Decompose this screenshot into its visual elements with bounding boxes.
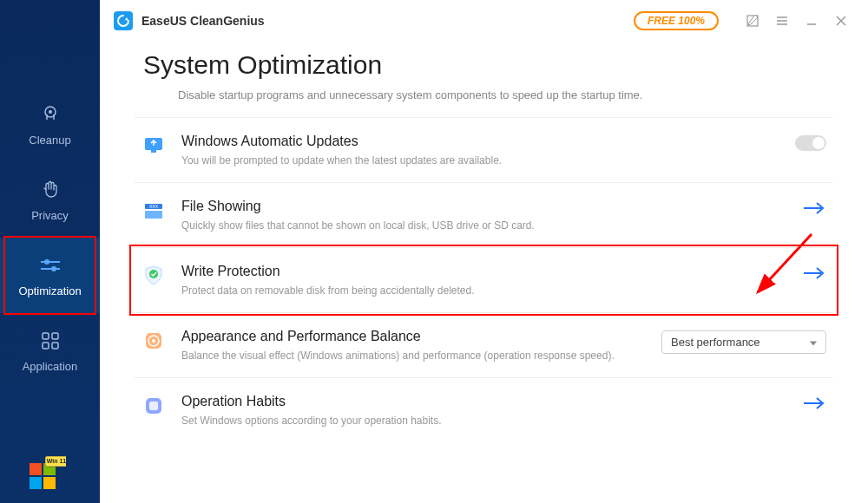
svg-rect-8 (43, 343, 49, 349)
setting-desc: Balance the visual effect (Windows anima… (181, 349, 651, 362)
svg-rect-27 (145, 211, 162, 219)
toggle-windows-updates[interactable] (795, 135, 826, 151)
close-button[interactable] (828, 8, 854, 34)
app-title: EaseUS CleanGenius (141, 14, 265, 28)
setting-title: Appearance and Performance Balance (181, 329, 651, 344)
svg-point-29 (149, 270, 158, 278)
setting-title: Operation Habits (181, 394, 792, 409)
setting-desc: Protect data on removable disk from bein… (181, 284, 792, 297)
page-subtitle: Disable startup programs and unnecessary… (178, 88, 833, 101)
setting-title: Windows Automatic Updates (181, 134, 785, 149)
sidebar-item-label: Application (23, 360, 78, 373)
app-logo-icon (114, 11, 133, 30)
apps-icon (38, 329, 62, 353)
setting-write-protection[interactable]: Write Protection Protect data on removab… (135, 248, 833, 312)
svg-rect-10 (30, 463, 42, 475)
broom-icon (38, 102, 62, 127)
setting-appearance-performance: Appearance and Performance Balance Balan… (135, 313, 833, 377)
svg-rect-35 (149, 402, 158, 410)
setting-title: File Showing (181, 199, 792, 214)
feedback-button[interactable] (740, 8, 766, 34)
dropdown-value: Best performance (671, 336, 760, 349)
sidebar-item-privacy[interactable]: Privacy (0, 162, 100, 238)
svg-text:XXX: XXX (149, 204, 159, 209)
file-showing-icon: XXX (141, 199, 166, 223)
sidebar-item-label: Optimization (18, 284, 81, 297)
sliders-icon (38, 253, 62, 278)
sidebar: Cleanup Privacy Optimization Application (0, 0, 100, 503)
svg-rect-7 (52, 333, 58, 339)
shield-icon (141, 264, 166, 288)
svg-rect-13 (43, 477, 56, 489)
os-badge: Win 11 (24, 451, 66, 493)
setting-desc: Set Windows options according to your op… (181, 415, 792, 427)
svg-point-3 (44, 259, 49, 265)
minimize-button[interactable] (799, 8, 825, 34)
hand-icon (38, 178, 62, 202)
dropdown-performance[interactable]: Best performance (661, 330, 826, 354)
svg-text:Win 11: Win 11 (47, 458, 66, 464)
svg-rect-9 (52, 343, 58, 349)
titlebar: EaseUS CleanGenius FREE 100% (100, 0, 868, 42)
svg-point-1 (49, 110, 52, 114)
setting-title: Write Protection (181, 264, 792, 279)
balance-icon (141, 329, 166, 353)
setting-desc: Quickly show files that cannot be shown … (181, 219, 792, 232)
sidebar-item-cleanup[interactable]: Cleanup (0, 87, 100, 162)
arrow-operation-habits[interactable] (802, 395, 826, 411)
svg-rect-24 (151, 150, 156, 153)
sidebar-item-optimization[interactable]: Optimization (0, 238, 100, 313)
setting-operation-habits[interactable]: Operation Habits Set Windows options acc… (135, 378, 833, 442)
habits-icon (141, 394, 166, 418)
free-badge[interactable]: FREE 100% (634, 11, 719, 30)
content-area: System Optimization Disable startup prog… (100, 42, 868, 503)
menu-button[interactable] (769, 8, 795, 34)
page-title: System Optimization (143, 50, 833, 80)
sidebar-item-label: Privacy (31, 209, 69, 222)
windows-update-icon (141, 134, 166, 158)
setting-file-showing[interactable]: XXX File Showing Quickly show files that… (135, 183, 833, 247)
svg-rect-6 (43, 333, 49, 339)
arrow-file-showing[interactable] (802, 200, 826, 216)
svg-point-5 (51, 266, 56, 271)
sidebar-item-application[interactable]: Application (0, 313, 100, 389)
svg-point-33 (152, 339, 155, 343)
setting-windows-updates: Windows Automatic Updates You will be pr… (135, 118, 833, 182)
arrow-write-protection[interactable] (802, 265, 826, 281)
main-panel: EaseUS CleanGenius FREE 100% System Opti… (100, 0, 868, 503)
setting-desc: You will be prompted to update when the … (181, 154, 785, 167)
svg-rect-12 (30, 477, 42, 489)
sidebar-item-label: Cleanup (29, 134, 70, 147)
